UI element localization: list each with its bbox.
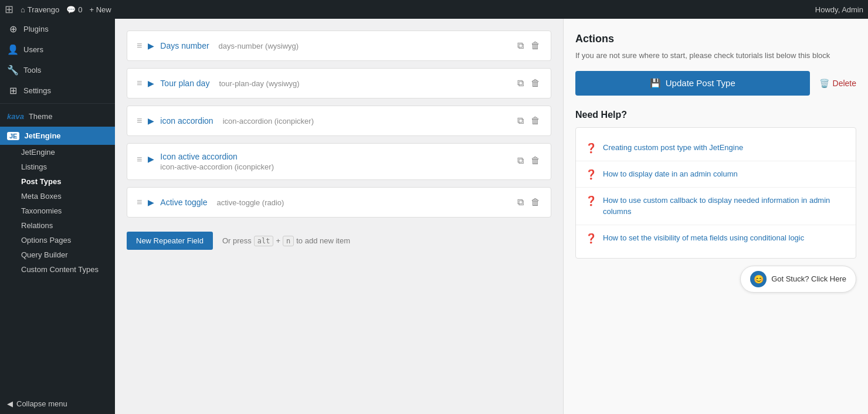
field-name-icon-accordion: icon accordion: [160, 116, 213, 125]
delete-btn-tour-plan-day[interactable]: 🗑: [530, 77, 541, 90]
comments-icon: 💬: [66, 5, 76, 14]
field-slug-tour-plan-day: tour-plan-day (wysiwyg): [219, 79, 299, 88]
field-card-active-toggle: ≡ ▶ Active toggle active-toggle (radio) …: [127, 187, 551, 218]
field-name-days-number: Days number: [160, 41, 209, 50]
update-post-type-button[interactable]: 💾 Update Post Type: [575, 71, 810, 96]
comments-count: 0: [78, 5, 82, 14]
delete-button[interactable]: 🗑️ Delete: [819, 79, 856, 88]
expand-icon-days-number[interactable]: ▶: [148, 41, 154, 50]
field-actions-icon-accordion: ⧉ 🗑: [516, 114, 541, 127]
sidebar-sub-listings[interactable]: Listings: [0, 160, 115, 174]
update-label: Update Post Type: [666, 78, 735, 88]
theme-label: Theme: [29, 112, 52, 121]
sidebar-sub-meta-boxes[interactable]: Meta Boxes: [0, 189, 115, 203]
field-actions-tour-plan-day: ⧉ 🗑: [516, 77, 541, 90]
sidebar-theme-brand: kava Theme: [0, 106, 115, 127]
field-name-group-icon-active: Icon active accordion icon-active-accord…: [160, 152, 274, 171]
sidebar-sub-options-pages[interactable]: Options Pages: [0, 233, 115, 247]
field-card-days-number: ≡ ▶ Days number days-number (wysiwyg) ⧉ …: [127, 30, 551, 61]
kbd-alt: alt: [254, 236, 274, 246]
expand-icon-active-toggle[interactable]: ▶: [148, 198, 154, 207]
delete-btn-days-number[interactable]: 🗑: [530, 39, 541, 52]
wp-icon[interactable]: ⊞: [5, 3, 13, 16]
copy-btn-icon-accordion[interactable]: ⧉: [516, 114, 525, 127]
settings-icon: ⊞: [7, 85, 19, 96]
help-link-1[interactable]: How to display date in an admin column: [603, 168, 738, 180]
delete-label: Delete: [833, 79, 856, 88]
jetengine-label: JetEngine: [24, 131, 60, 140]
field-actions-icon-active-accordion: ⧉ 🗑: [516, 154, 541, 167]
sidebar-sub-taxonomies[interactable]: Taxonomies: [0, 203, 115, 218]
sidebar-sub-jetengine[interactable]: JetEngine: [0, 145, 115, 160]
field-card-tour-plan-day: ≡ ▶ Tour plan day tour-plan-day (wysiwyg…: [127, 68, 551, 99]
jetengine-icon: JE: [7, 132, 19, 140]
expand-icon-icon-active-accordion[interactable]: ▶: [148, 154, 154, 164]
actions-desc: If you are not sure where to start, plea…: [575, 50, 856, 62]
field-name-tour-plan-day: Tour plan day: [160, 79, 209, 88]
sidebar-jetengine[interactable]: JE JetEngine: [0, 127, 115, 145]
new-repeater-button[interactable]: New Repeater Field: [127, 232, 213, 250]
bottom-actions: New Repeater Field Or press alt + n to a…: [127, 225, 551, 257]
got-stuck-button[interactable]: 😊 Got Stuck? Click Here: [740, 266, 856, 293]
field-actions-days-number: ⧉ 🗑: [516, 39, 541, 52]
sidebar-item-settings[interactable]: ⊞ Settings: [0, 80, 115, 101]
sidebar-settings-label: Settings: [23, 86, 51, 95]
delete-btn-active-toggle[interactable]: 🗑: [530, 196, 541, 209]
expand-icon-icon-accordion[interactable]: ▶: [148, 116, 154, 125]
sidebar-item-plugins[interactable]: ⊕ Plugins: [0, 19, 115, 39]
copy-btn-tour-plan-day[interactable]: ⧉: [516, 77, 525, 90]
sidebar-tools-label: Tools: [23, 66, 41, 74]
topbar: ⊞ ⌂ Travengo 💬 0 + New Howdy, Admin: [0, 0, 868, 19]
help-item-2[interactable]: ❓ How to use custom callback to display …: [576, 188, 856, 225]
sidebar-item-tools[interactable]: 🔧 Tools: [0, 60, 115, 80]
layout: ⊕ Plugins 👤 Users 🔧 Tools ⊞ Settings kav…: [0, 19, 868, 414]
copy-btn-active-toggle[interactable]: ⧉: [516, 196, 525, 209]
sidebar-sub-relations[interactable]: Relations: [0, 218, 115, 233]
new-link[interactable]: + New: [90, 5, 111, 14]
got-stuck-avatar: 😊: [750, 271, 767, 287]
plugins-icon: ⊕: [7, 23, 19, 35]
help-item-1[interactable]: ❓ How to display date in an admin column: [576, 161, 856, 188]
help-item-0[interactable]: ❓ Creating custom post type with JetEngi…: [576, 135, 856, 161]
sidebar-sub-post-types[interactable]: Post Types: [0, 174, 115, 189]
help-item-3[interactable]: ❓ How to set the visibility of meta fiel…: [576, 225, 856, 251]
hint-suffix: to add new item: [296, 236, 350, 245]
field-actions-active-toggle: ⧉ 🗑: [516, 196, 541, 209]
site-name-link[interactable]: ⌂ Travengo: [21, 5, 59, 14]
help-link-3[interactable]: How to set the visibility of meta fields…: [603, 232, 804, 244]
right-panel: Actions If you are not sure where to sta…: [563, 19, 868, 414]
drag-handle-icon-active-accordion[interactable]: ≡: [137, 154, 142, 165]
comments-link[interactable]: 💬 0: [66, 5, 82, 14]
delete-btn-icon-accordion[interactable]: 🗑: [530, 114, 541, 127]
delete-btn-icon-active-accordion[interactable]: 🗑: [530, 154, 541, 167]
sidebar-item-users[interactable]: 👤 Users: [0, 39, 115, 60]
sidebar-sub-query-builder[interactable]: Query Builder: [0, 247, 115, 262]
field-slug-icon-accordion: icon-accordion (iconpicker): [223, 117, 314, 125]
field-card-icon-active-accordion: ≡ ▶ Icon active accordion icon-active-ac…: [127, 143, 551, 180]
expand-icon-tour-plan-day[interactable]: ▶: [148, 79, 154, 88]
sidebar-users-label: Users: [23, 45, 43, 54]
help-link-0[interactable]: Creating custom post type with JetEngine: [603, 142, 743, 154]
drag-handle-tour-plan-day[interactable]: ≡: [137, 78, 142, 89]
save-icon: 💾: [650, 78, 661, 89]
collapse-label: Collapse menu: [16, 399, 67, 408]
help-box: ❓ Creating custom post type with JetEngi…: [575, 127, 856, 259]
users-icon: 👤: [7, 44, 19, 55]
copy-btn-days-number[interactable]: ⧉: [516, 39, 525, 52]
home-icon: ⌂: [21, 5, 25, 14]
actions-title: Actions: [575, 33, 856, 45]
got-stuck-bar: 😊 Got Stuck? Click Here: [575, 266, 856, 293]
help-link-2[interactable]: How to use custom callback to display ne…: [603, 195, 846, 218]
drag-handle-icon-accordion[interactable]: ≡: [137, 116, 142, 126]
site-name: Travengo: [28, 5, 59, 14]
sidebar-plugins-label: Plugins: [23, 25, 49, 33]
collapse-menu[interactable]: ◀ Collapse menu: [0, 393, 115, 414]
field-slug-active-toggle: active-toggle (radio): [217, 198, 284, 207]
copy-btn-icon-active-accordion[interactable]: ⧉: [516, 154, 525, 167]
sidebar-sub-custom-content-types[interactable]: Custom Content Types: [0, 262, 115, 277]
drag-handle-days-number[interactable]: ≡: [137, 40, 142, 51]
delete-icon: 🗑️: [819, 79, 829, 88]
collapse-icon: ◀: [7, 399, 13, 408]
need-help-title: Need Help?: [575, 110, 856, 120]
drag-handle-active-toggle[interactable]: ≡: [137, 197, 142, 208]
